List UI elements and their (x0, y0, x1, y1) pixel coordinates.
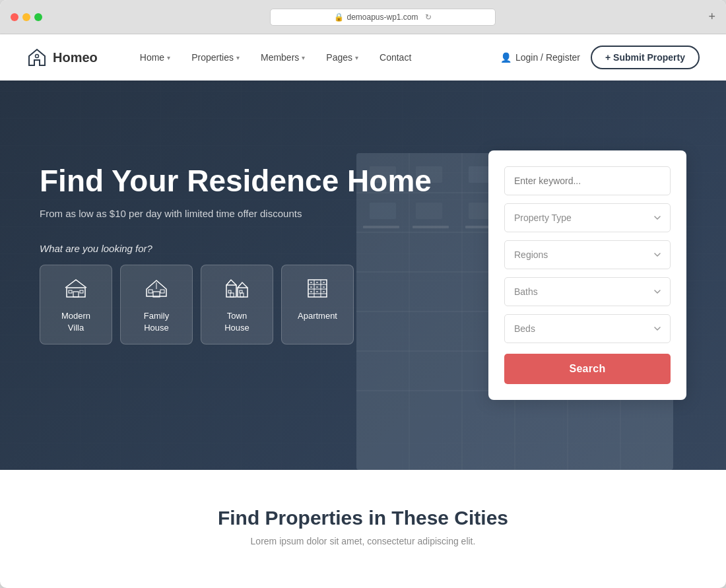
browser-dots (11, 13, 42, 21)
property-type-select[interactable]: Property Type House Apartment Villa Town… (504, 203, 671, 232)
svg-rect-56 (323, 286, 325, 288)
nav-pages[interactable]: Pages ▾ (317, 47, 368, 68)
hero-subtitle: From as low as $10 per day with limited … (40, 208, 462, 219)
property-types-grid: Modern Villa (40, 265, 462, 344)
chevron-down-icon: ▾ (302, 54, 305, 61)
site-wrapper: Homeo Home ▾ Properties ▾ Members ▾ Page… (0, 34, 726, 573)
nav-properties[interactable]: Properties ▾ (182, 47, 249, 68)
svg-rect-32 (73, 292, 79, 297)
hero-section: Find Your Residence Home From as low as … (0, 81, 726, 470)
minimize-dot[interactable] (22, 13, 30, 21)
apartment-icon (295, 276, 340, 304)
svg-rect-53 (323, 282, 325, 283)
svg-rect-57 (310, 291, 312, 292)
close-dot[interactable] (11, 13, 18, 21)
town-house-label: Town House (224, 311, 249, 333)
svg-rect-33 (69, 290, 72, 293)
browser-chrome: 🔒 demoapus-wp1.com ↻ + (0, 0, 726, 34)
modern-villa-label: Modern Villa (61, 311, 90, 333)
new-tab-button[interactable]: + (709, 10, 716, 24)
nav-contact[interactable]: Contact (370, 47, 420, 68)
svg-rect-55 (316, 286, 318, 288)
reload-icon: ↻ (425, 13, 432, 22)
nav-properties-label: Properties (191, 52, 234, 63)
logo[interactable]: Homeo (26, 47, 98, 68)
user-icon: 👤 (500, 52, 512, 63)
cities-subtitle: Lorem ipsum dolor sit amet, consectetur … (26, 536, 700, 546)
nav-right: 👤 Login / Register + Submit Property (500, 46, 700, 69)
property-type-apartment[interactable]: Apartment (281, 265, 354, 344)
svg-rect-37 (160, 290, 164, 293)
login-register-link[interactable]: 👤 Login / Register (500, 52, 580, 63)
nav-contact-label: Contact (380, 52, 411, 63)
nav-links: Home ▾ Properties ▾ Members ▾ Pages ▾ Co… (131, 47, 480, 68)
family-house-label: Family House (144, 311, 169, 333)
search-button[interactable]: Search (504, 354, 671, 384)
svg-rect-34 (80, 290, 83, 293)
hero-text: Find Your Residence Home From as low as … (40, 150, 462, 344)
svg-rect-42 (240, 290, 242, 293)
svg-rect-43 (230, 293, 234, 297)
chevron-down-icon: ▾ (167, 54, 170, 61)
url-text: demoapus-wp1.com (346, 13, 418, 22)
svg-rect-44 (240, 293, 244, 297)
submit-property-button[interactable]: + Submit Property (591, 46, 700, 69)
hero-content: Find Your Residence Home From as low as … (0, 150, 726, 400)
nav-members[interactable]: Members ▾ (251, 47, 314, 68)
svg-rect-41 (228, 290, 231, 293)
svg-rect-51 (310, 282, 312, 283)
svg-rect-54 (310, 286, 312, 288)
navbar: Homeo Home ▾ Properties ▾ Members ▾ Page… (0, 34, 726, 81)
logo-icon (26, 47, 48, 68)
login-label: Login / Register (515, 52, 580, 63)
property-type-family-house[interactable]: Family House (120, 265, 193, 344)
chevron-down-icon: ▾ (355, 54, 358, 61)
property-type-modern-villa[interactable]: Modern Villa (40, 265, 112, 344)
svg-rect-36 (148, 290, 152, 293)
cities-section: Find Properties in These Cities Lorem ip… (0, 470, 726, 573)
property-type-town-house[interactable]: Town House (201, 265, 273, 344)
svg-point-0 (36, 55, 39, 58)
svg-rect-52 (316, 282, 318, 283)
svg-rect-58 (316, 291, 318, 292)
logo-text: Homeo (53, 50, 98, 65)
lock-icon: 🔒 (334, 13, 344, 22)
beds-select[interactable]: Beds 1 2 3 4 5+ (504, 314, 671, 343)
svg-rect-59 (323, 291, 325, 292)
maximize-dot[interactable] (34, 13, 42, 21)
nav-members-label: Members (261, 52, 299, 63)
hero-title: Find Your Residence Home (40, 164, 462, 199)
keyword-input[interactable] (504, 166, 671, 195)
chevron-down-icon: ▾ (236, 54, 240, 61)
search-panel: Property Type House Apartment Villa Town… (488, 150, 686, 400)
address-spacer: + (504, 10, 715, 24)
nav-home-label: Home (140, 52, 164, 63)
cities-title: Find Properties in These Cities (26, 507, 700, 529)
baths-select[interactable]: Baths 1 2 3 4+ (504, 277, 671, 306)
nav-pages-label: Pages (326, 52, 352, 63)
regions-select[interactable]: Regions North South East West (504, 240, 671, 269)
apartment-label: Apartment (298, 311, 337, 321)
what-looking-label: What are you looking for? (40, 243, 462, 254)
town-house-icon (214, 276, 259, 304)
modern-villa-icon (53, 276, 98, 304)
svg-rect-31 (67, 288, 85, 297)
nav-home[interactable]: Home ▾ (131, 47, 180, 68)
family-house-icon (134, 276, 179, 304)
browser-window: 🔒 demoapus-wp1.com ↻ + Homeo Home ▾ (0, 0, 726, 588)
address-bar[interactable]: 🔒 demoapus-wp1.com ↻ (270, 9, 496, 26)
